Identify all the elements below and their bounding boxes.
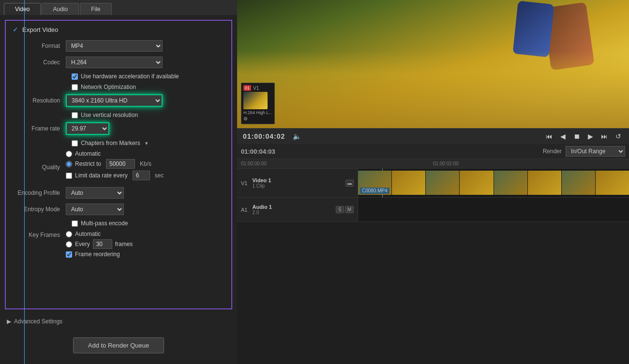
frame-reorder-checkbox[interactable] [66, 251, 72, 258]
resolution-label: Resolution [13, 97, 66, 104]
skip-to-start-button[interactable]: ⏮ [544, 131, 554, 141]
codec-label: Codec [13, 59, 66, 66]
v1-track-content[interactable]: C0080.MP4 [358, 169, 629, 197]
tab-video[interactable]: Video [4, 3, 41, 15]
codec-row: Codec H.264 H.265 ProRes [13, 57, 225, 68]
loop-button[interactable]: ↺ [614, 131, 623, 141]
timeline-timecode: 01:00:04:03 [241, 148, 275, 155]
a1-marker-line [24, 0, 25, 364]
ruler-mark-0: 01:00:00:00 [241, 161, 267, 166]
a1-m-button[interactable]: M [345, 206, 354, 213]
codec-select[interactable]: H.264 H.265 ProRes [66, 57, 163, 68]
quality-restrict-unit: Kb/s [140, 160, 151, 167]
a1-s-button[interactable]: S [336, 206, 344, 213]
thumb-seg-5 [494, 171, 527, 195]
thumb-seg-8 [596, 171, 629, 195]
transport-bar: 01:00:04:02 🔈 ⏮ ◀ ⏹ ▶ ⏭ ↺ [237, 128, 629, 144]
hardware-accel-label: Use hardware acceleration if available [81, 73, 179, 80]
video-clip-area[interactable]: C0080.MP4 [358, 171, 629, 195]
stop-button[interactable]: ⏹ [571, 131, 582, 141]
thumb-seg-4 [460, 171, 493, 195]
quality-restrict-input[interactable] [106, 159, 135, 169]
multi-pass-row: Multi-pass encode [72, 220, 225, 227]
encoding-profile-row: Encoding Profile Auto Baseline Main High [13, 187, 225, 199]
advanced-settings-label: Advanced Settings [14, 318, 62, 325]
quality-label: Quality [13, 164, 66, 171]
frame-rate-label: Frame rate [13, 125, 66, 132]
quality-options: Automatic Restrict to Kb/s Limit data ra… [66, 150, 164, 184]
quality-restrict-row: Restrict to Kb/s [66, 159, 164, 169]
frame-rate-select[interactable]: 29.97 24 25 30 60 [66, 122, 109, 135]
key-frames-auto-row: Automatic [66, 231, 133, 237]
chapters-markers-checkbox[interactable] [72, 140, 78, 146]
key-frames-options: Automatic Every frames Frame reordering [66, 231, 133, 262]
play-button[interactable]: ▶ [586, 131, 595, 141]
chapters-markers-row: Chapters from Markers ▾ [72, 140, 225, 146]
left-panel: Video Audio File ✓ Export Video Format M… [0, 0, 237, 364]
entropy-mode-label: Entropy Mode [13, 206, 66, 213]
tabs-bar: Video Audio File [0, 0, 237, 15]
timeline-header: 01:00:04:03 Render In/Out Range Entire S… [237, 144, 629, 159]
limit-data-rate-input[interactable] [133, 171, 150, 180]
timeline-area: 01:00:04:03 Render In/Out Range Entire S… [237, 144, 629, 364]
export-section: ✓ Export Video Format MP4 AVI MOV Codec … [5, 20, 232, 309]
resolution-row: Resolution 3840 x 2160 Ultra HD 1920 x 1… [13, 94, 225, 107]
limit-data-rate-row: Limit data rate every sec [66, 171, 164, 180]
encoding-profile-select[interactable]: Auto Baseline Main High [66, 187, 124, 199]
key-frames-auto-label: Automatic [75, 231, 101, 237]
render-select[interactable]: In/Out Range Entire Sequence Work Area [566, 146, 625, 157]
key-frames-auto-radio[interactable] [66, 231, 72, 237]
thumb-seg-7 [562, 171, 595, 195]
entropy-mode-select[interactable]: Auto CABAC CAVLC [66, 204, 124, 215]
network-opt-checkbox[interactable] [72, 84, 78, 90]
v1-track-row: V1 Video 1 1 Clip ▬ [237, 169, 629, 198]
network-opt-label: Network Optimization [81, 84, 136, 90]
limit-data-rate-label: Limit data rate every [75, 172, 128, 179]
tab-audio[interactable]: Audio [42, 3, 79, 15]
key-frames-every-input[interactable] [93, 239, 112, 249]
frame-reorder-label: Frame reordering [75, 251, 120, 258]
tab-file[interactable]: File [80, 3, 111, 15]
clip-track: V1 [253, 86, 259, 91]
a1-track-name: Audio 1 [252, 204, 271, 210]
quality-auto-radio[interactable] [66, 151, 72, 157]
use-vertical-res-label: Use vertical resolution [81, 112, 138, 118]
transport-timecode: 01:00:04:02 [243, 132, 285, 140]
key-frames-row: Key Frames Automatic Every frames Frame … [13, 231, 225, 262]
add-to-render-queue-button[interactable]: Add to Render Queue [73, 337, 164, 353]
thumb-seg-3 [426, 171, 459, 195]
a1-track-content[interactable] [358, 198, 629, 221]
a1-track-header: A1 Audio 1 2.0 S M [237, 198, 358, 221]
clip-info-panel: 01 V1 H.264 High L... ⚙ [241, 83, 275, 124]
limit-data-rate-checkbox[interactable] [66, 173, 72, 179]
skip-to-end-button[interactable]: ⏭ [599, 131, 610, 141]
format-label: Format [13, 43, 66, 49]
quality-auto-label: Automatic [75, 150, 101, 157]
quality-restrict-radio[interactable] [66, 161, 72, 167]
ruler-mark-1: 01:00:02:00 [433, 161, 459, 166]
thumb-seg-6 [528, 171, 561, 195]
key-frames-frames-label: frames [115, 241, 133, 248]
export-video-check[interactable]: ✓ [13, 26, 18, 33]
encoding-profile-label: Encoding Profile [13, 189, 66, 196]
step-back-button[interactable]: ◀ [558, 131, 568, 141]
quality-restrict-label: Restrict to [75, 160, 101, 167]
frame-reorder-row: Frame reordering [66, 251, 133, 258]
a1-track-num: A1 [241, 207, 247, 213]
use-vertical-res-checkbox[interactable] [72, 112, 78, 118]
resolution-select[interactable]: 3840 x 2160 Ultra HD 1920 x 1080 HD 1280… [66, 94, 163, 107]
preview-area: 01 V1 H.264 High L... ⚙ [237, 0, 629, 128]
multi-pass-checkbox[interactable] [72, 220, 78, 227]
clip-name: H.264 High L... [243, 110, 272, 115]
advanced-settings[interactable]: ▶ Advanced Settings [0, 314, 237, 329]
render-label: Render [543, 148, 562, 155]
transport-controls: ⏮ ◀ ⏹ ▶ ⏭ ↺ [544, 131, 623, 141]
v1-track-num: V1 [241, 180, 247, 186]
volume-icon[interactable]: 🔈 [293, 132, 301, 140]
frame-rate-row: Frame rate 29.97 24 25 30 60 [13, 122, 225, 135]
key-frames-every-radio[interactable] [66, 241, 72, 248]
hardware-accel-checkbox[interactable] [72, 73, 78, 80]
use-vertical-res-row: Use vertical resolution [72, 112, 225, 118]
key-frames-every-row: Every frames [66, 239, 133, 249]
format-select[interactable]: MP4 AVI MOV [66, 40, 163, 52]
